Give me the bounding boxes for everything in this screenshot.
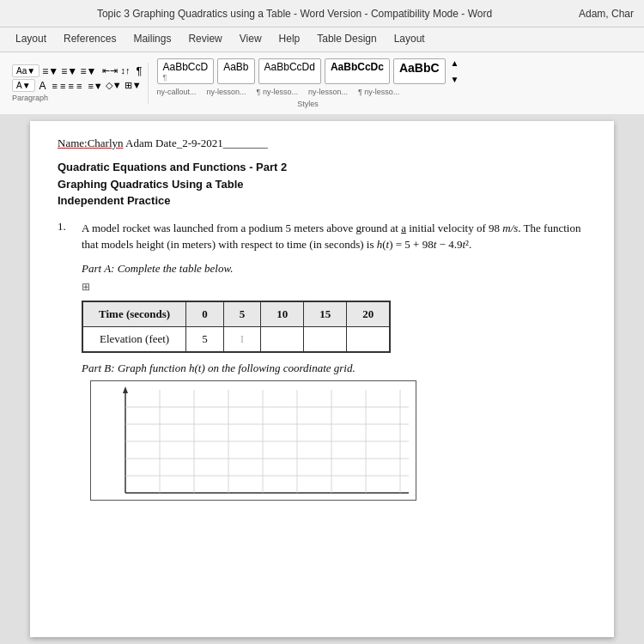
col-header-20: 20: [347, 301, 391, 327]
col-header-5: 5: [223, 301, 261, 327]
tab-layout[interactable]: Layout: [7, 27, 55, 52]
shading-icon: ◇▼: [106, 80, 122, 91]
font-name-btn[interactable]: Aa▼: [12, 64, 39, 77]
tab-references[interactable]: References: [55, 27, 125, 52]
part-a-label: Part A: Complete the table below.: [82, 262, 586, 276]
title-bar-user: Adam, Char: [579, 8, 634, 20]
table-row: Elevation (feet) 5 I: [82, 326, 390, 352]
problem-item-1: 1. A model rocket was launched from a po…: [58, 220, 586, 253]
row-label: Elevation (feet): [82, 326, 186, 352]
tab-table-layout[interactable]: Layout: [386, 27, 434, 52]
cell-elev-10[interactable]: [261, 326, 304, 352]
name-value: Adam Date_2-9-2021________: [125, 137, 268, 149]
part-b-label: Part B: Graph function h(t) on the follo…: [82, 361, 586, 375]
table-header-row: Time (seconds) 0 5 10 15 20: [82, 301, 390, 327]
border-icon: ⊞▼: [125, 80, 142, 91]
pilcrow-icon: ¶: [137, 64, 143, 77]
ribbon-tabs: Layout References Mailings Review View H…: [0, 27, 644, 52]
data-table: Time (seconds) 0 5 10 15 20 Elevation (f…: [82, 301, 391, 353]
doc-title-line2: Graphing Quadratics Using a Table: [58, 176, 586, 193]
doc-header: Name:Charlyn Adam Date_2-9-2021________: [58, 137, 586, 150]
cell-elev-20[interactable]: [347, 326, 391, 352]
tab-table-design[interactable]: Table Design: [308, 27, 385, 52]
align-icons: ⇤⇥ ↕↑: [102, 65, 130, 76]
problem-text: A model rocket was launched from a podiu…: [82, 220, 586, 253]
coord-grid: [90, 380, 416, 501]
style-heading4[interactable]: AaBbC: [393, 58, 446, 84]
style-normal[interactable]: AaBbCcD ¶: [157, 58, 215, 84]
col-header-15: 15: [304, 301, 347, 327]
svg-marker-1: [123, 386, 128, 393]
name-label: Name:Charlyn: [58, 137, 124, 149]
cell-elev-15[interactable]: [304, 326, 347, 352]
tab-mailings[interactable]: Mailings: [125, 27, 179, 52]
underline-a: a: [401, 222, 406, 234]
title-bar: Topic 3 Graphing Quadratics using a Tabl…: [0, 0, 644, 27]
problem-number: 1.: [58, 220, 75, 253]
doc-title-line1: Quadratic Equations and Functions - Part…: [58, 159, 586, 176]
font-row-2: A▼ A ≡ ≡ ≡ ≡ ≡▼ ◇▼ ⊞▼: [12, 79, 143, 92]
style-sublabels: ny-callout... ny-lesson... ¶ ny-lesso...…: [157, 88, 459, 96]
problem-1: 1. A model rocket was launched from a po…: [58, 220, 586, 504]
tab-help[interactable]: Help: [270, 27, 309, 52]
coord-grid-area: [90, 380, 586, 504]
ribbon-content: Aa▼ ≡▼ ≡▼ ≡▼ ⇤⇥ ↕↑ ¶ A▼ A ≡ ≡ ≡ ≡ ≡▼ ◇▼ …: [0, 52, 644, 114]
font-size-btn[interactable]: A▼: [12, 79, 35, 92]
tab-review[interactable]: Review: [179, 27, 230, 52]
doc-title-line3: Independent Practice: [58, 192, 586, 210]
style-items: AaBbCcD ¶ AaBb AaBbCcDd AaBbCcDc AaBbC ▲: [157, 58, 459, 84]
list-indent-icon: ≡▼ ≡▼ ≡▼: [42, 65, 96, 77]
style-heading3[interactable]: AaBbCcDc: [325, 58, 390, 84]
table-handle[interactable]: ⊞: [82, 281, 586, 294]
styles-label: Styles: [157, 100, 459, 108]
col-header-0: 0: [186, 301, 224, 327]
styles-scroll[interactable]: ▲ ▼: [451, 58, 459, 84]
indent-icon: ≡▼: [88, 81, 102, 91]
paragraph-label: Paragraph: [12, 94, 143, 102]
tab-view[interactable]: View: [231, 27, 270, 52]
app-window: Topic 3 Graphing Quadratics using a Tabl…: [0, 0, 644, 644]
style-heading1[interactable]: AaBb: [217, 58, 254, 84]
title-bar-text: Topic 3 Graphing Quadratics using a Tabl…: [10, 8, 579, 20]
style-heading2[interactable]: AaBbCcDd: [258, 58, 321, 84]
doc-title: Quadratic Equations and Functions - Part…: [58, 159, 586, 210]
col-header-10: 10: [261, 301, 304, 327]
font-group: Aa▼ ≡▼ ≡▼ ≡▼ ⇤⇥ ↕↑ ¶ A▼ A ≡ ≡ ≡ ≡ ≡▼ ◇▼ …: [7, 63, 149, 104]
styles-group: AaBbCcD ¶ AaBb AaBbCcDd AaBbCcDc AaBbC ▲: [152, 57, 465, 110]
underline-icon: A: [39, 80, 46, 92]
col-header-label: Time (seconds): [82, 301, 186, 327]
document-page: Name:Charlyn Adam Date_2-9-2021________ …: [30, 121, 614, 637]
font-row-1: Aa▼ ≡▼ ≡▼ ≡▼ ⇤⇥ ↕↑ ¶: [12, 64, 143, 77]
cell-elev-5[interactable]: I: [223, 326, 261, 352]
document-area: Name:Charlyn Adam Date_2-9-2021________ …: [0, 114, 644, 644]
align-btns: ≡ ≡ ≡ ≡: [52, 81, 82, 91]
cell-elev-0[interactable]: 5: [186, 326, 224, 352]
